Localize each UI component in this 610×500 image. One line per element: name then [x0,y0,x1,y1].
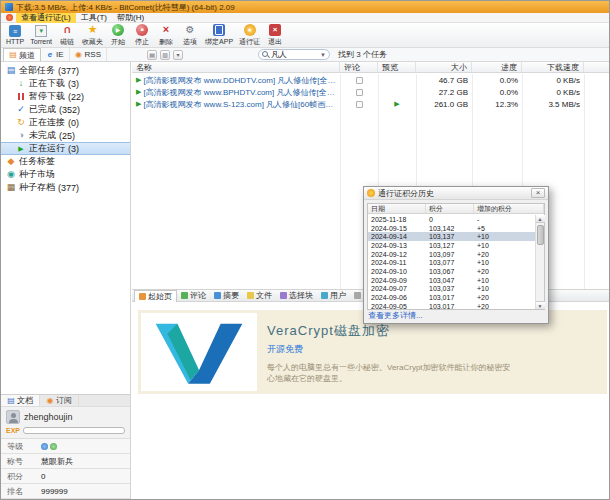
user-panel-tab[interactable]: 订阅 [40,395,79,406]
column-header-progress[interactable]: 进度 [472,62,522,72]
username[interactable]: zhenghoujin [24,412,73,422]
preview-play-icon[interactable] [394,100,399,108]
dialog-title-bar[interactable]: 通行证积分历史 × [364,187,548,200]
task-row[interactable]: [高清影视网发布 www.BPHDTV.com] 凡人修仙传[全12集][国语配… [132,86,609,98]
menu-item[interactable]: 查看通行证(L) [16,13,76,23]
task-tree-item-label: 种子存档 [19,181,55,194]
toolbar-button-label: 磁链 [60,37,74,47]
toolbar-button-icon [61,24,73,36]
task-tree-item[interactable]: 未完成 (25) [1,129,130,142]
points-table-row[interactable]: 2024-09-11 103,077 +10 [368,258,535,267]
toolbar-button[interactable]: HTTP [3,23,27,47]
points-column-date[interactable]: 日期 [368,204,426,213]
task-tree-item[interactable]: 任务标签 [1,155,130,168]
search-input[interactable] [271,50,318,59]
toolbar-button-label: 绑定APP [205,37,233,47]
points-row-date: 2024-09-10 [368,268,426,275]
detail-tab[interactable]: 摘要 [210,290,243,302]
task-row[interactable]: [高清影视网发布 www.S-123.com] 凡人修仙[60帧画质版][珍藏相… [132,98,609,110]
points-table-row[interactable]: 2025-11-18 0 - [368,215,535,224]
task-tree-item[interactable]: 正在下载 (3) [1,77,130,90]
sidebar-tab[interactable]: RSS [70,48,107,61]
start-page: VeraCrypt磁盘加密 开源免费 每个人的电脑里总有一些小秘密。VeraCr… [132,302,609,499]
toolbar-button[interactable]: Torrent [27,23,55,47]
user-panel-tab[interactable]: 文档 [1,395,40,406]
column-settings-icon[interactable]: ▥ [160,50,170,60]
column-header-name[interactable]: 名称 [132,62,340,72]
toolbar-button[interactable]: 磁链 [55,23,79,47]
passport-coin-icon [367,189,375,197]
column-header-comment[interactable]: 评论 [340,62,378,72]
detail-tab[interactable]: 选择块 [276,290,317,302]
close-icon[interactable]: × [531,188,545,198]
task-tree-item-icon [16,131,26,140]
task-speed: 0 KB/s [522,86,584,98]
toolbar-button[interactable]: 选项 [178,23,202,47]
points-row-date: 2024-09-13 [368,242,426,249]
task-size: 261.0 GB [416,98,472,110]
points-table-row[interactable]: 2024-09-07 103,037 +10 [368,285,535,294]
toolbar-button[interactable]: 开始 [106,23,130,47]
more-details-link[interactable]: 查看更多详情... [368,310,423,321]
task-tree-item[interactable]: 种子存档 (377) [1,181,130,194]
toolbar-button-label: Torrent [30,38,52,45]
task-tree-item[interactable]: 已完成 (352) [1,103,130,116]
toolbar-button[interactable]: 绑定APP [202,23,236,47]
points-table-row[interactable]: 2024-09-05 103,017 +20 [368,302,535,309]
task-tree-item[interactable]: 种子市场 [1,168,130,181]
level-medal-icons [41,443,57,450]
detail-tab[interactable]: 用户 [317,290,350,302]
toolbar-button[interactable]: 收藏夹 [79,23,106,47]
detail-tab[interactable]: 起始页 [134,290,177,302]
column-header-preview[interactable]: 预览 [378,62,416,72]
search-dropdown-icon[interactable]: ▼ [320,52,326,58]
points-table-row[interactable]: 2024-09-14 103,137 +10 [368,232,535,241]
column-header-speed[interactable]: 下载速度 [522,62,584,72]
points-table-row[interactable]: 2024-09-10 103,067 +20 [368,267,535,276]
toolbar-button[interactable]: 删除 [154,23,178,47]
detail-tab-icon [321,292,328,299]
points-row-date: 2024-09-06 [368,294,426,301]
points-row-added: +20 [474,268,535,275]
detail-tab[interactable]: 评论 [177,290,210,302]
comment-checkbox-icon[interactable] [356,101,363,108]
task-row[interactable]: [高清影视网发布 www.DDHDTV.com] 凡人修仙传[全17集][国语配… [132,74,609,86]
menu-item[interactable]: 帮助(H) [112,13,149,23]
points-table-row[interactable]: 2024-09-15 103,142 +5 [368,224,535,233]
task-tree-item[interactable]: 暂停下载 (22) [1,90,130,103]
points-row-points: 103,142 [426,225,474,232]
points-table-row[interactable]: 2024-09-12 103,097 +20 [368,250,535,259]
search-box[interactable]: ▼ [258,49,330,60]
task-tree-item[interactable]: 全部任务 (377) [1,64,130,77]
column-header-size[interactable]: 大小 [416,62,472,72]
points-row-added: +10 [474,233,535,240]
points-table-row[interactable]: 2024-09-06 103,017 +20 [368,293,535,302]
toolbar-button[interactable]: 通行证 [236,23,263,47]
user-panel-tab-icon [7,397,15,405]
scrollbar-thumb[interactable] [537,225,544,245]
scroll-up-icon[interactable]: ▲ [536,215,545,223]
scroll-down-icon[interactable]: ▼ [536,301,545,309]
detail-tab-icon [247,292,254,299]
points-table-row[interactable]: 2024-09-13 103,127 +10 [368,241,535,250]
points-table-row[interactable]: 2024-09-09 103,047 +10 [368,276,535,285]
ad-body-line1: 每个人的电脑里总有一些小秘密。VeraCrypt加密软件能让你的秘密安 [267,362,511,373]
points-column-added[interactable]: 增加的积分 [474,204,544,213]
task-status-icon [136,88,141,96]
menu-item[interactable]: 工具(T) [76,13,112,23]
task-tree-item[interactable]: 正在运行 (3) [1,142,130,155]
sidebar-tab[interactable]: 频道 [3,48,41,61]
task-tree-item-icon [16,145,26,152]
sidebar-tab[interactable]: IE [41,48,70,61]
scrollbar[interactable]: ▲ ▼ [535,215,544,309]
task-tree-item[interactable]: 正在连接 (0) [1,116,130,129]
comment-checkbox-icon[interactable] [356,89,363,96]
comment-checkbox-icon[interactable] [356,77,363,84]
detail-tab[interactable]: 文件 [243,290,276,302]
view-toggle-icon[interactable]: ▤ [147,50,157,60]
toolbar-button[interactable]: 停止 [130,23,154,47]
points-column-points[interactable]: 积分 [426,204,474,213]
toolbar-button-label: 删除 [159,37,173,47]
filter-settings-icon[interactable]: ▾ [173,50,183,60]
toolbar-button[interactable]: 退出 [263,23,287,47]
